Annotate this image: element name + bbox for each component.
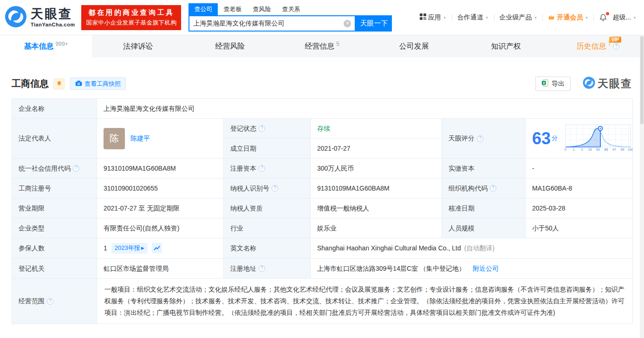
field-address-value: 上海市虹口区塘沽路309号14层C室 （集中登记地） 附近公司 bbox=[311, 259, 633, 279]
tab-business-label: 经营信息 bbox=[305, 42, 334, 51]
menu-open-vip-label: 开通会员 bbox=[557, 13, 583, 22]
view-snapshot-label: 查看工商快照 bbox=[85, 80, 121, 88]
tab-risk-label: 经营风险 bbox=[215, 42, 245, 51]
field-english-name-value: Shanghai Haohan Xinghai Cultural Media C… bbox=[311, 238, 633, 259]
search-area: 查公司 查老板 查风险 查关系 天眼一下 bbox=[189, 3, 392, 32]
tab-legal-proceedings[interactable]: 法律诉讼 bbox=[92, 35, 184, 57]
nearby-companies-link[interactable]: 附近公司 bbox=[473, 264, 499, 273]
help-icon[interactable] bbox=[259, 165, 265, 172]
help-icon[interactable] bbox=[259, 125, 265, 132]
field-taxpayer-quality-value: 增值税一般纳税人 bbox=[311, 198, 442, 218]
scrollbar-thumb[interactable] bbox=[640, 36, 644, 124]
field-reg-capital-value: 300万人民币 bbox=[311, 159, 442, 179]
help-icon[interactable] bbox=[259, 265, 265, 272]
site-logo[interactable]: 天眼查 TianYanCha.com bbox=[5, 6, 75, 30]
arrow-right-icon bbox=[141, 245, 144, 251]
field-reg-number-value: 310109001020655 bbox=[97, 179, 224, 198]
svg-text:99: 99 bbox=[621, 148, 624, 151]
field-staff-size-label: 人员规模 bbox=[442, 218, 526, 238]
tianyancha-logo-icon bbox=[5, 6, 27, 30]
chevron-down-icon bbox=[534, 15, 538, 20]
search-tab-company[interactable]: 查公司 bbox=[189, 3, 218, 15]
crown-icon bbox=[548, 14, 555, 21]
chevron-down-icon bbox=[585, 15, 588, 20]
annual-report-link[interactable]: 2023年报 bbox=[111, 243, 148, 254]
tab-development-label: 公司发展 bbox=[399, 42, 429, 51]
field-industry-value: 娱乐业 bbox=[311, 218, 442, 238]
menu-apps[interactable]: 应用 bbox=[420, 13, 447, 22]
field-company-name-value: 上海昊瀚星海文化传媒有限公司 bbox=[97, 99, 633, 119]
help-icon[interactable] bbox=[47, 298, 53, 305]
chevron-down-icon bbox=[485, 15, 489, 20]
field-company-name-label: 企业名称 bbox=[12, 99, 97, 119]
divider bbox=[452, 14, 452, 21]
menu-user-label: 超级... bbox=[612, 13, 631, 22]
field-term-label: 营业期限 bbox=[12, 198, 97, 218]
search-box bbox=[189, 15, 356, 32]
field-taxpayer-id-value: 91310109MA1G60BA8M bbox=[311, 179, 442, 198]
notification-bell[interactable] bbox=[599, 13, 607, 22]
monitor-bell-button[interactable] bbox=[53, 78, 65, 89]
tianyancha-logo-icon bbox=[583, 77, 595, 91]
score-unit: 分 bbox=[552, 134, 558, 143]
field-establish-date-value: 2021-07-27 bbox=[311, 139, 442, 159]
field-taxpayer-id-label: 纳税人识别号 bbox=[224, 179, 311, 198]
menu-open-vip[interactable]: 开通会员 bbox=[548, 13, 588, 22]
clear-search-icon[interactable] bbox=[344, 20, 351, 27]
auto-translate-note: (自动翻译) bbox=[464, 243, 494, 253]
chevron-down-icon bbox=[633, 15, 637, 20]
tab-business-info[interactable]: 经营信息 5 bbox=[276, 35, 368, 57]
help-icon[interactable] bbox=[613, 43, 619, 50]
menu-user[interactable]: 超级... bbox=[612, 13, 637, 22]
tab-operational-risk[interactable]: 经营风险 bbox=[184, 35, 276, 57]
menu-enterprise[interactable]: 企业级产品 bbox=[500, 13, 538, 22]
tab-history-info[interactable]: VIP 历史信息 7 bbox=[552, 35, 644, 57]
search-tab-relation[interactable]: 查关系 bbox=[276, 3, 306, 15]
tab-basic-info[interactable]: 基本信息 999+ bbox=[0, 35, 92, 57]
search-tab-risk[interactable]: 查风险 bbox=[247, 3, 276, 15]
field-industry-label: 行业 bbox=[224, 218, 311, 238]
score-distribution-chart: 0 1 3 15 50 85 97 99 100 bbox=[563, 123, 633, 154]
divider bbox=[542, 14, 543, 21]
search-input[interactable] bbox=[189, 20, 344, 27]
legal-rep-link[interactable]: 陈建平 bbox=[130, 134, 150, 143]
field-scope-value: 一般项目：组织文化艺术交流活动；文化娱乐经纪人服务；其他文化艺术经纪代理；会议及… bbox=[97, 279, 633, 325]
svg-text:15: 15 bbox=[588, 148, 592, 151]
help-icon[interactable] bbox=[73, 165, 79, 172]
section-title: 工商信息 bbox=[12, 77, 49, 90]
trend-chart-icon[interactable] bbox=[152, 243, 162, 253]
export-button[interactable]: X 导出 bbox=[535, 77, 571, 91]
tab-company-development[interactable]: 公司发展 bbox=[368, 35, 460, 57]
excel-icon: X bbox=[541, 79, 549, 88]
legal-rep-avatar[interactable]: 陈 bbox=[104, 128, 125, 149]
banner-line2: 国家中小企业发展子基金旗下机构 bbox=[86, 19, 176, 27]
tab-count-badge: 999+ bbox=[56, 41, 68, 47]
field-legal-rep-value: 陈 陈建平 bbox=[97, 119, 224, 159]
scrollbar-track bbox=[640, 35, 644, 338]
help-icon[interactable] bbox=[272, 185, 278, 191]
tab-ip-label: 知识产权 bbox=[491, 42, 521, 51]
search-tab-boss[interactable]: 查老板 bbox=[218, 3, 247, 15]
tab-basic-info-label: 基本信息 bbox=[24, 42, 54, 51]
view-snapshot-button[interactable]: 查看工商快照 bbox=[70, 77, 126, 90]
field-org-code-label: 组织机构代码 bbox=[442, 179, 526, 198]
tianyancha-company-page: 天眼查 TianYanCha.com 都在用的商业查询工具 国家中小企业发展子基… bbox=[0, 0, 644, 338]
menu-enterprise-label: 企业级产品 bbox=[500, 13, 532, 22]
help-icon[interactable] bbox=[477, 135, 483, 142]
field-authority-label: 登记机关 bbox=[12, 259, 97, 279]
logo-domain-text: TianYanCha.com bbox=[31, 22, 75, 27]
svg-text:1: 1 bbox=[573, 148, 575, 151]
banner-line1: 都在用的商业查询工具 bbox=[86, 8, 176, 17]
menu-partner[interactable]: 合作通道 bbox=[457, 13, 489, 22]
watermark-logo: 天眼查 bbox=[583, 77, 632, 91]
tab-intellectual-property[interactable]: 知识产权 bbox=[460, 35, 552, 57]
top-menu: 应用 合作通道 企业级产品 开通会员 bbox=[420, 13, 637, 22]
field-insured-value: 1 2023年报 bbox=[97, 238, 224, 259]
field-score-label: 天眼评分 bbox=[442, 119, 526, 159]
search-button[interactable]: 天眼一下 bbox=[356, 15, 392, 32]
menu-apps-label: 应用 bbox=[428, 13, 441, 22]
field-term-value: 2021-07-27 至 无固定期限 bbox=[97, 198, 224, 218]
tab-legal-label: 法律诉讼 bbox=[123, 42, 153, 51]
svg-text:85: 85 bbox=[605, 148, 608, 151]
help-icon[interactable] bbox=[490, 185, 496, 191]
